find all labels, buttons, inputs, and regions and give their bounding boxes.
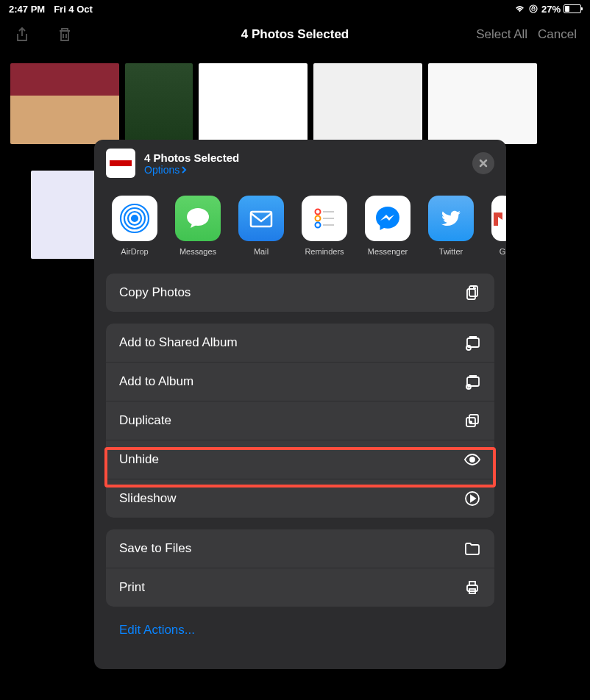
edit-actions-button[interactable]: Edit Actions...: [106, 618, 494, 648]
svg-rect-6: [251, 212, 271, 226]
svg-point-5: [187, 208, 209, 226]
svg-point-1: [132, 215, 138, 221]
svg-point-16: [466, 346, 471, 350]
action-print[interactable]: Print: [106, 568, 494, 607]
share-target-twitter[interactable]: Twitter: [428, 196, 474, 256]
share-target-airdrop[interactable]: AirDrop: [112, 196, 157, 256]
messenger-icon: [372, 202, 404, 235]
svg-point-9: [316, 223, 321, 228]
close-icon: [479, 159, 488, 168]
action-group: Save to Files Print: [106, 529, 494, 607]
share-preview-thumbnail: [106, 149, 135, 178]
svg-point-7: [316, 210, 321, 215]
reminders-icon: [309, 203, 340, 234]
photo-thumbnail[interactable]: [199, 63, 308, 144]
close-button[interactable]: [472, 152, 494, 174]
share-sheet-title: 4 Photos Selected: [144, 151, 463, 164]
share-target-reminders[interactable]: Reminders: [302, 196, 347, 256]
wifi-icon: [514, 5, 525, 13]
action-group: Copy Photos: [106, 274, 494, 312]
action-copy-photos[interactable]: Copy Photos: [106, 274, 494, 312]
shared-album-icon: [463, 334, 481, 351]
folder-icon: [463, 540, 481, 557]
share-options-button[interactable]: Options: [144, 164, 463, 176]
add-album-icon: [463, 373, 481, 390]
copy-icon: [463, 284, 481, 301]
nav-bar: 4 Photos Selected Select All Cancel: [0, 18, 590, 51]
action-add-album[interactable]: Add to Album: [106, 362, 494, 401]
status-date: Fri 4 Oct: [54, 4, 93, 15]
twitter-icon: [437, 204, 465, 232]
share-target-messages[interactable]: Messages: [175, 196, 221, 256]
share-sheet: 4 Photos Selected Options AirDrop Messag…: [94, 140, 506, 669]
battery-icon: [564, 4, 581, 13]
messages-icon: [183, 204, 213, 233]
eye-icon: [463, 451, 481, 468]
share-targets-row[interactable]: AirDrop Messages Mail Reminders Messenge…: [94, 187, 506, 262]
action-slideshow[interactable]: Slideshow: [106, 479, 494, 518]
battery-percentage: 27%: [541, 4, 561, 15]
share-target-gmail[interactable]: G: [491, 196, 506, 256]
print-icon: [463, 579, 481, 596]
svg-point-21: [470, 457, 475, 462]
orientation-lock-icon: [528, 4, 539, 14]
gmail-icon: [491, 204, 506, 233]
photo-thumbnail[interactable]: [31, 171, 99, 259]
status-bar: 2:47 PM Fri 4 Oct 27%: [0, 0, 590, 18]
action-save-files[interactable]: Save to Files: [106, 529, 494, 568]
chevron-right-icon: [181, 166, 187, 174]
svg-rect-14: [467, 289, 475, 299]
photo-thumbnail[interactable]: [428, 63, 537, 144]
mail-icon: [246, 204, 276, 233]
photo-thumbnail[interactable]: [125, 63, 193, 148]
share-sheet-header: 4 Photos Selected Options: [94, 140, 506, 187]
page-title: 4 Photos Selected: [241, 27, 349, 42]
status-time: 2:47 PM: [9, 4, 45, 15]
action-add-shared-album[interactable]: Add to Shared Album: [106, 324, 494, 362]
svg-rect-24: [469, 582, 475, 585]
share-target-messenger[interactable]: Messenger: [365, 196, 410, 256]
action-duplicate[interactable]: Duplicate: [106, 401, 494, 440]
photo-thumbnail[interactable]: [313, 63, 422, 144]
share-icon[interactable]: [13, 26, 31, 43]
trash-icon[interactable]: [56, 26, 74, 43]
svg-point-8: [316, 216, 321, 221]
svg-rect-23: [467, 585, 477, 591]
action-unhide[interactable]: Unhide: [106, 440, 494, 479]
select-all-button[interactable]: Select All: [476, 27, 527, 42]
play-icon: [463, 490, 481, 507]
photo-thumbnail[interactable]: [10, 63, 119, 144]
duplicate-icon: [463, 412, 481, 429]
cancel-button[interactable]: Cancel: [538, 27, 577, 42]
action-group: Add to Shared Album Add to Album Duplica…: [106, 324, 494, 518]
share-target-mail[interactable]: Mail: [238, 196, 284, 256]
airdrop-icon: [119, 203, 150, 234]
